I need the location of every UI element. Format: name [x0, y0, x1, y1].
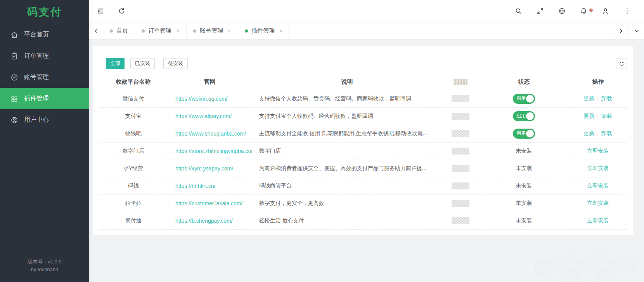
tab-close-icon[interactable]: ✕: [227, 28, 231, 34]
status-cell: 启用: [479, 125, 569, 142]
tab-close-icon[interactable]: ✕: [279, 28, 283, 34]
tab-scroll-left-button[interactable]: [89, 22, 103, 39]
table-row: 数字门店https://store.zhihuijingyingba.com/数…: [99, 142, 627, 160]
column-header: 说明: [252, 74, 442, 90]
status-not-installed: 未安装: [516, 217, 532, 224]
sidebar-item-label: 平台首页: [24, 31, 49, 39]
install-link[interactable]: 立即安装: [587, 148, 609, 154]
platform-name: 微信支付: [99, 90, 168, 107]
censored-cell: [452, 113, 469, 120]
tab-item-0[interactable]: 首页: [103, 22, 135, 39]
search-icon[interactable]: [515, 7, 522, 15]
version-info: 版本号：v1.0.0 by techhaha: [0, 258, 89, 273]
sidebar-item-label: 插件管理: [24, 95, 49, 103]
status-not-installed: 未安装: [516, 200, 532, 206]
profile-icon[interactable]: [602, 7, 609, 15]
platform-site-link[interactable]: https://m.hkrt.cn/: [175, 183, 215, 189]
sidebar-item-home[interactable]: 平台首页: [0, 24, 89, 45]
main-area: 首页订单管理✕账号管理✕插件管理✕ 全部已安装待安装 收款平台名称官网说明状态操…: [89, 0, 644, 282]
filter-pending-button[interactable]: 待安装: [163, 58, 188, 69]
filter-installed-button[interactable]: 已安装: [130, 58, 155, 69]
platform-site-link[interactable]: https://b.shengpay.com/: [175, 218, 233, 224]
platform-site-link[interactable]: https://customer.lakala.com/: [175, 200, 243, 206]
platform-desc: 主流移动支付全能收 信用卡,花呗都能用,生意帮手收钱吧,移动收款就...: [252, 125, 442, 142]
notification-dot: [589, 9, 593, 12]
refresh-icon[interactable]: [118, 7, 125, 15]
tab-status-dot: [110, 29, 113, 33]
version-number: 版本号：v1.0.0: [0, 258, 89, 266]
platform-site-link[interactable]: https://www.shouqianba.com/: [175, 131, 246, 137]
fullscreen-icon[interactable]: [537, 7, 544, 15]
tab-item-2[interactable]: 账号管理✕: [187, 22, 238, 39]
table-row: 微信支付https://weixin.qq.com/支持微信个人收款码、赞赏码、…: [99, 90, 627, 107]
platform-desc: 支持支付宝个人收款码、经营码收款，监听回调: [252, 107, 442, 125]
platform-site-link[interactable]: https://store.zhihuijingyingba.com/: [175, 148, 252, 154]
tab-item-1[interactable]: 订单管理✕: [135, 22, 187, 39]
header-bar: [89, 0, 644, 22]
platform-name: 支付宝: [99, 107, 168, 125]
toggle-label: 启用: [516, 113, 526, 119]
tab-label: 插件管理: [251, 27, 275, 34]
sidebar-item-label: 用户中心: [24, 116, 49, 124]
chevron-down-icon: [634, 28, 639, 34]
toggle-knob: [526, 95, 534, 103]
install-link[interactable]: 立即安装: [587, 182, 609, 189]
enable-toggle[interactable]: 启用: [513, 111, 535, 121]
platform-site-link[interactable]: https://weixin.qq.com/: [175, 96, 228, 102]
toggle-label: 启用: [516, 130, 526, 137]
sidebar-item-accounts[interactable]: 账号管理: [0, 67, 89, 88]
table-row: 支付宝https://www.alipay.com/支持支付宝个人收款码、经营码…: [99, 107, 627, 125]
platform-site-link[interactable]: https://xym.ysepay.com/: [175, 165, 233, 172]
tab-item-3[interactable]: 插件管理✕: [238, 22, 290, 39]
table-row: 收钱吧https://www.shouqianba.com/主流移动支付全能收 …: [99, 125, 627, 142]
censored-cell: [452, 217, 469, 224]
platform-site-link[interactable]: https://www.alipay.com/: [175, 113, 232, 119]
uninstall-link[interactable]: 卸载: [601, 130, 612, 136]
tab-options-dropdown-button[interactable]: [628, 22, 644, 39]
action-divider: |: [597, 130, 599, 136]
actions-cell: 立即安装: [569, 212, 627, 229]
status-cell: 未安装: [479, 177, 569, 194]
order-icon: [10, 52, 18, 60]
uninstall-link[interactable]: 卸载: [601, 95, 612, 101]
tab-close-icon[interactable]: ✕: [176, 28, 180, 34]
update-link[interactable]: 更新: [583, 130, 594, 136]
chevron-right-icon: [618, 28, 624, 34]
filter-group: 全部已安装待安装: [99, 58, 627, 69]
author-credit: by techhaha: [0, 266, 89, 273]
tab-status-dot: [142, 29, 145, 33]
update-link[interactable]: 更新: [583, 113, 594, 119]
censored-cell: [452, 148, 469, 155]
tab-status-dot: [193, 29, 196, 33]
table-refresh-button[interactable]: [616, 58, 627, 69]
column-header: 操作: [569, 74, 627, 90]
install-link[interactable]: 立即安装: [587, 165, 609, 171]
actions-cell: 更新|卸载: [569, 107, 627, 125]
platform-desc: 为商户和消费者提供安全、便捷、高效的支付产品与服务助力商户提...: [252, 160, 442, 177]
enable-toggle[interactable]: 启用: [513, 129, 535, 139]
update-link[interactable]: 更新: [583, 95, 594, 101]
more-menu-icon[interactable]: [623, 7, 631, 15]
censored-cell: [452, 130, 469, 137]
bell-icon[interactable]: [580, 7, 587, 15]
filter-all-button[interactable]: 全部: [106, 58, 125, 69]
enable-toggle[interactable]: 启用: [513, 94, 535, 104]
globe-icon[interactable]: [558, 7, 566, 15]
plugin-icon: [10, 95, 18, 103]
uninstall-link[interactable]: 卸载: [601, 113, 612, 119]
tab-label: 订单管理: [148, 27, 171, 34]
tab-scroll-right-button[interactable]: [613, 22, 628, 39]
tab-bar-spacer: [290, 22, 613, 39]
collapse-menu-icon[interactable]: [97, 7, 104, 15]
user-circle-icon: [10, 116, 18, 124]
content-area: 全部已安装待安装 收款平台名称官网说明状态操作 微信支付https://weix…: [89, 40, 644, 282]
sidebar-item-plugins[interactable]: 插件管理: [0, 88, 89, 109]
install-link[interactable]: 立即安装: [587, 200, 609, 206]
toggle-label: 启用: [516, 95, 526, 102]
sidebar-item-orders[interactable]: 订单管理: [0, 45, 89, 67]
platform-name: 码钱: [99, 177, 168, 194]
sidebar-item-user-center[interactable]: 用户中心: [0, 109, 89, 131]
status-cell: 未安装: [479, 194, 569, 212]
install-link[interactable]: 立即安装: [587, 217, 609, 224]
status-cell: 未安装: [479, 160, 569, 177]
